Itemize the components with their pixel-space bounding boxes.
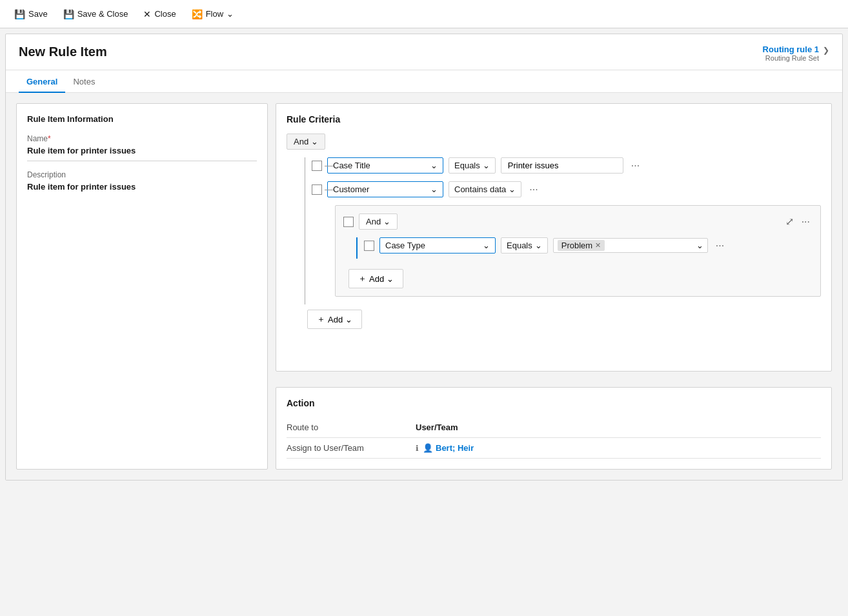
group-add-icon: ＋ xyxy=(358,273,367,284)
case-title-chevron-icon: ⌄ xyxy=(430,161,438,170)
value-tag-chevron-icon: ⌄ xyxy=(696,241,703,250)
routing-rule-info: Routing rule 1 Routing Rule Set xyxy=(763,45,819,62)
customer-chevron-icon: ⌄ xyxy=(430,184,438,194)
criteria-checkbox-1[interactable] xyxy=(312,161,322,171)
user-icon: 👤 xyxy=(423,443,433,453)
routing-rule-section: Routing rule 1 Routing Rule Set ❯ xyxy=(763,45,829,62)
group-header-left: And ⌄ xyxy=(343,214,398,230)
main-container: New Rule Item Routing rule 1 Routing Rul… xyxy=(5,34,843,481)
group-add-label: Add xyxy=(369,274,384,284)
case-title-value[interactable] xyxy=(501,157,623,174)
flow-chevron-icon: ⌄ xyxy=(227,9,234,19)
more-btn-2[interactable]: ··· xyxy=(527,184,540,195)
group-more-btn[interactable]: ··· xyxy=(799,216,813,228)
toolbar: 💾 Save 💾 Save & Close ✕ Close 🔀 Flow ⌄ xyxy=(0,0,848,28)
page-header: New Rule Item Routing rule 1 Routing Rul… xyxy=(6,34,842,70)
routing-rule-link[interactable]: Routing rule 1 xyxy=(763,45,819,54)
assign-value-wrapper: ℹ 👤 Bert; Heir xyxy=(416,443,474,453)
problem-tag-remove[interactable]: ✕ xyxy=(595,241,601,250)
grouped-criteria: And ⌄ ⤢ ··· xyxy=(335,205,821,297)
info-icon: ℹ xyxy=(416,444,419,453)
and-dropdown[interactable]: And ⌄ xyxy=(287,134,325,150)
action-section: Action Route to User/Team Assign to User… xyxy=(276,387,832,470)
tab-notes[interactable]: Notes xyxy=(65,70,103,93)
case-type-row: Case Type ⌄ Equals ⌄ xyxy=(364,237,813,253)
and-chevron-icon: ⌄ xyxy=(311,137,318,146)
left-panel: Rule Item Information Name* Rule item fo… xyxy=(16,103,268,470)
criteria-row-2: Customer ⌄ Contains data ⌄ ··· xyxy=(312,181,821,197)
page-title: New Rule Item xyxy=(19,45,107,59)
criteria-connector: Case Title ⌄ Equals ⌄ ··· xyxy=(287,157,821,304)
case-type-checkbox[interactable] xyxy=(364,241,374,251)
customer-select[interactable]: Customer ⌄ xyxy=(327,181,443,197)
case-type-value-container: Problem ✕ ⌄ xyxy=(553,238,708,253)
criteria-checkbox-2[interactable] xyxy=(312,184,322,195)
and-label: And xyxy=(294,137,308,146)
flow-icon: 🔀 xyxy=(192,9,203,19)
assign-label: Assign to User/Team xyxy=(287,443,416,453)
case-type-more-btn[interactable]: ··· xyxy=(713,240,727,252)
connector-line xyxy=(305,157,305,304)
outer-add-icon: ＋ xyxy=(317,313,325,325)
tab-general[interactable]: General xyxy=(19,70,65,93)
name-value: Rule item for printer issues xyxy=(27,146,257,161)
case-title-select[interactable]: Case Title ⌄ xyxy=(327,157,443,174)
close-label: Close xyxy=(154,9,176,19)
right-area: Rule Criteria And ⌄ Case Title xyxy=(276,103,832,470)
equals-operator-1[interactable]: Equals ⌄ xyxy=(449,157,496,174)
collapse-icon[interactable]: ⤢ xyxy=(785,215,794,228)
save-label: Save xyxy=(28,9,48,19)
required-star: * xyxy=(48,134,51,143)
contains-data-chevron-icon: ⌄ xyxy=(509,184,516,194)
equals-chevron-icon-2: ⌄ xyxy=(535,241,542,250)
save-button[interactable]: 💾 Save xyxy=(8,6,54,22)
group-criteria-rows: Case Type ⌄ Equals ⌄ xyxy=(364,237,813,259)
group-connector-line xyxy=(356,237,358,259)
action-title: Action xyxy=(287,398,821,408)
group-header-right: ⤢ ··· xyxy=(785,215,813,228)
contains-data-operator[interactable]: Contains data ⌄ xyxy=(449,181,521,197)
routing-rule-sub: Routing Rule Set xyxy=(763,54,819,62)
route-to-row: Route to User/Team xyxy=(287,417,821,438)
route-to-value: User/Team xyxy=(416,422,458,432)
group-add-chevron-icon: ⌄ xyxy=(387,274,394,284)
group-connector: Case Type ⌄ Equals ⌄ xyxy=(343,237,813,259)
close-button[interactable]: ✕ Close xyxy=(137,6,182,22)
equals-chevron-icon-1: ⌄ xyxy=(483,161,490,170)
criteria-rows: Case Title ⌄ Equals ⌄ ··· xyxy=(312,157,821,304)
flow-button[interactable]: 🔀 Flow ⌄ xyxy=(185,6,240,22)
outer-add-button[interactable]: ＋ Add ⌄ xyxy=(307,310,362,329)
group-add-button[interactable]: ＋ Add ⌄ xyxy=(348,269,403,288)
group-checkbox[interactable] xyxy=(343,217,354,227)
case-type-chevron-icon: ⌄ xyxy=(483,241,490,250)
content-area: Rule Item Information Name* Rule item fo… xyxy=(6,93,842,480)
routing-chevron-icon[interactable]: ❯ xyxy=(823,46,829,55)
save-close-button[interactable]: 💾 Save & Close xyxy=(57,6,135,22)
panel-title: Rule Item Information xyxy=(27,114,257,124)
case-type-select[interactable]: Case Type ⌄ xyxy=(379,237,496,253)
rule-criteria-panel: Rule Criteria And ⌄ Case Title xyxy=(276,103,832,372)
route-to-label: Route to xyxy=(287,422,416,432)
group-add-wrapper: ＋ Add ⌄ xyxy=(348,264,813,288)
name-label: Name* xyxy=(27,134,257,143)
save-close-label: Save & Close xyxy=(77,9,128,19)
problem-tag: Problem ✕ xyxy=(558,240,605,251)
group-and-chevron-icon: ⌄ xyxy=(383,217,390,226)
outer-add-chevron-icon: ⌄ xyxy=(345,315,352,324)
save-close-icon: 💾 xyxy=(63,9,74,19)
tabs: General Notes xyxy=(6,70,842,93)
close-icon: ✕ xyxy=(143,9,151,19)
outer-add-label: Add xyxy=(328,315,343,324)
outer-add-wrapper: ＋ Add ⌄ xyxy=(305,307,821,329)
flow-label: Flow xyxy=(206,9,223,19)
criteria-row-1: Case Title ⌄ Equals ⌄ ··· xyxy=(312,157,821,174)
assign-value-link[interactable]: Bert; Heir xyxy=(436,443,474,453)
assign-row: Assign to User/Team ℹ 👤 Bert; Heir xyxy=(287,438,821,459)
group-header: And ⌄ ⤢ ··· xyxy=(343,214,813,230)
save-icon: 💾 xyxy=(14,9,25,19)
description-value: Rule item for printer issues xyxy=(27,182,257,197)
more-btn-1[interactable]: ··· xyxy=(629,160,642,172)
group-and-dropdown[interactable]: And ⌄ xyxy=(359,214,398,230)
description-label: Description xyxy=(27,170,257,179)
equals-operator-2[interactable]: Equals ⌄ xyxy=(501,237,548,253)
